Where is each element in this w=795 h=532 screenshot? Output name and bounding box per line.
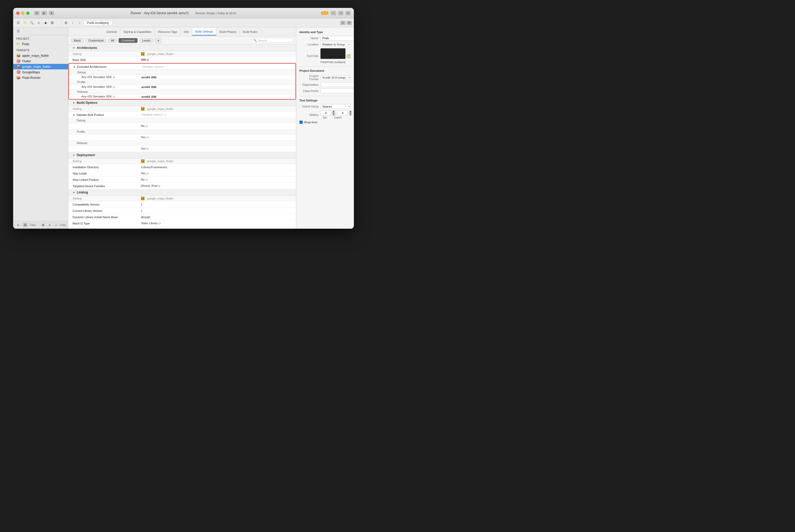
current-lib-value: 1 <box>141 209 292 212</box>
add-btn[interactable]: ⊞ <box>40 222 46 228</box>
sidebar-show-btn[interactable]: ☰ <box>15 20 21 26</box>
sidebar-item-pods-project[interactable]: 📁 Pods <box>13 41 68 47</box>
linking-header[interactable]: ▼ Linking <box>68 189 296 196</box>
sidebar-toggle-btn[interactable]: ☰ <box>15 28 21 34</box>
stop-icon[interactable]: ■ <box>49 11 54 15</box>
expand-icon[interactable]: ⊡ <box>340 21 345 25</box>
indent-stepper-down[interactable]: ▼ <box>349 113 352 116</box>
filter-search[interactable]: 🔍 Search <box>251 38 294 43</box>
filter-levels-btn[interactable]: Levels <box>139 38 153 43</box>
other-linker-row[interactable]: Other Linker Flags -framework Flutter <box>68 227 296 229</box>
diamond-btn[interactable]: ◆ <box>43 20 49 26</box>
validate-row[interactable]: ▼ Validate Built Product <Multiple value… <box>68 112 296 118</box>
validate-debug-row[interactable]: No ◇ <box>68 123 296 129</box>
other-linker-name: Other Linker Flags <box>73 228 141 229</box>
tab-stepper-up[interactable]: ▲ <box>332 110 335 113</box>
deployment-header[interactable]: ▼ Deployment <box>68 152 296 158</box>
architectures-header[interactable]: ▼ Architectures <box>68 45 296 51</box>
text-settings-title: Text Settings <box>299 99 351 102</box>
filter-all-btn[interactable]: All <box>108 38 117 43</box>
breadcrumb-runner[interactable]: Runner <box>131 11 141 15</box>
targets-section-header: TARGETS <box>13 47 68 53</box>
skip-install-row[interactable]: Skip Install Yes ◇ <box>68 170 296 177</box>
filter-remove-btn[interactable]: − <box>53 222 59 228</box>
sidebar-item-googlemaps[interactable]: 🎯 GoogleMaps <box>13 70 68 75</box>
warning-badge[interactable]: ⚠ 2 <box>321 11 329 15</box>
find-btn[interactable]: 🔍 <box>29 20 35 26</box>
location-select[interactable]: Relative to Group <box>320 42 351 47</box>
file-btn[interactable]: 📄 <box>56 20 62 26</box>
name-input[interactable] <box>320 36 354 40</box>
minimize-button[interactable] <box>21 12 24 15</box>
sidebar-item-pods-runner[interactable]: 📦 Pods-Runner <box>13 75 68 80</box>
base-sdk-value: iOS ◇ <box>141 58 292 61</box>
profile-sim-row[interactable]: Any iOS Simulator SDK ◇ arm64 i386 <box>69 84 296 89</box>
excluded-arch-row[interactable]: ▼ Excluded Architectures <Multiple value… <box>69 63 296 70</box>
wrap-lines-label: Wrap lines <box>304 121 318 124</box>
dynamic-lib-row[interactable]: Dynamic Library Install Name Base @rpath <box>68 214 296 220</box>
tab-build-phases-label: Build Phases <box>220 30 236 33</box>
release-sim-row[interactable]: Any iOS Simulator SDK ◇ arm64 i386 <box>69 94 296 99</box>
organization-input[interactable] <box>320 82 354 87</box>
warn-btn[interactable]: ⚠ <box>36 20 41 26</box>
filter-add-btn2[interactable]: + <box>155 38 162 43</box>
sidebar-flutter-label: Flutter <box>22 59 31 63</box>
sidebar-item-apple-maps[interactable]: 📦 apple_maps_flutter <box>13 53 68 58</box>
debug-group-header: Debug <box>69 70 296 75</box>
tab-build-settings[interactable]: Build Settings <box>192 28 216 36</box>
tab-resource-tags[interactable]: Resource Tags <box>155 28 181 36</box>
filter-basic-btn[interactable]: Basic <box>71 38 84 43</box>
mach-o-row[interactable]: Mach-O Type Static Library ◇ <box>68 220 296 227</box>
tab-general[interactable]: General <box>103 28 120 36</box>
sidebar-item-google-maps[interactable]: 📦 google_maps_flutter <box>13 64 68 70</box>
project-format-select[interactable]: Xcode 10.0-compatible <box>320 75 351 80</box>
compat-version-row[interactable]: Compatibility Version 1 <box>68 201 296 208</box>
choose-path-btn[interactable]: 📂 <box>346 54 351 58</box>
tab-build-rules[interactable]: Build Rules <box>240 28 261 36</box>
indent-using-select[interactable]: Spaces <box>320 104 351 109</box>
grid-btn[interactable]: ⊞ <box>63 20 69 26</box>
indent-stepper-up[interactable]: ▲ <box>349 110 352 113</box>
tab-stepper-down[interactable]: ▼ <box>332 113 335 116</box>
forward-btn[interactable]: › <box>77 20 82 26</box>
install-dir-row[interactable]: Installation Directory /Library/Framewor… <box>68 164 296 170</box>
validate-profile-row[interactable]: Yes ◇ <box>68 134 296 140</box>
build-options-header[interactable]: ▼ Build Options <box>68 100 296 106</box>
organization-label: Organization <box>299 83 318 86</box>
nav-arrows[interactable]: ⇄ <box>346 21 352 25</box>
strip-linked-row[interactable]: Strip Linked Product No ◇ <box>68 177 296 183</box>
link-btn[interactable]: ⛓ <box>50 20 55 26</box>
titlebar-center: Runner › Any iOS Device (arm64, armv7) R… <box>131 11 236 15</box>
sidebar-item-flutter[interactable]: 🎯 Flutter <box>13 58 68 64</box>
target-icon: 🎯 <box>16 59 20 63</box>
current-lib-row[interactable]: Current Library Version 1 <box>68 208 296 214</box>
active-file-tab[interactable]: Pods.xcodeproj <box>83 20 112 25</box>
targeted-device-row[interactable]: Targeted Device Families iPhone, iPad ◇ <box>68 183 296 189</box>
filter-customized-btn[interactable]: Customized <box>86 38 107 43</box>
maximize-button[interactable] <box>26 12 30 15</box>
return-icon[interactable]: ⇥ <box>338 11 343 15</box>
base-sdk-row[interactable]: Base SDK iOS ◇ <box>68 57 296 63</box>
filter-add-btn[interactable]: + <box>47 222 53 228</box>
folder-btn[interactable]: 📁 <box>22 20 28 26</box>
indent-width-input[interactable] <box>337 111 348 115</box>
add-icon[interactable]: + <box>331 11 336 15</box>
class-prefix-input[interactable] <box>320 89 354 93</box>
wrap-lines-checkbox[interactable]: ✓ <box>299 121 303 124</box>
layout-icon[interactable]: ⊡ <box>345 11 351 15</box>
breadcrumb-device[interactable]: Any iOS Device (arm64, armv7) <box>144 11 189 15</box>
sidebar-toggle-icon[interactable]: ⊞ <box>34 11 39 15</box>
tab-resource-tags-label: Resource Tags <box>158 30 177 33</box>
targeted-device-name: Targeted Device Families <box>73 185 141 188</box>
back-btn[interactable]: ‹ <box>70 20 76 26</box>
tab-info[interactable]: Info <box>181 28 192 36</box>
close-button[interactable] <box>16 12 19 15</box>
tab-width-input[interactable] <box>320 111 331 115</box>
filter-combined-btn[interactable]: Combined <box>118 38 137 43</box>
play-icon[interactable]: ▶ <box>41 11 47 15</box>
tab-build-phases[interactable]: Build Phases <box>216 28 240 36</box>
tab-signing[interactable]: Signing & Capabilities <box>120 28 155 36</box>
debug-sim-row[interactable]: Any iOS Simulator SDK ◇ arm64 i386 <box>69 75 296 80</box>
add-target-btn[interactable]: + <box>15 222 21 228</box>
validate-release-row[interactable]: Yes ◇ <box>68 146 296 152</box>
